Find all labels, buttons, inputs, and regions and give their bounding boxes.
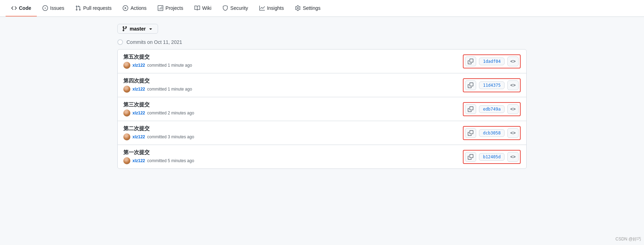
date-label: Commits on Oct 11, 2021 — [126, 39, 182, 45]
copy-hash-button[interactable] — [465, 80, 476, 90]
commit-row: 第一次提交 xlz122 committed 5 minutes ago b12… — [118, 145, 526, 168]
avatar — [123, 133, 130, 140]
commit-title-text: 第一次提交 — [123, 149, 150, 156]
commit-info: 第二次提交 xlz122 committed 3 minutes ago — [123, 125, 463, 140]
repo-nav: Code Issues Pull requests Actions — [0, 0, 644, 17]
commit-title-text: 第二次提交 — [123, 125, 150, 132]
commit-info: 第五次提交 xlz122 committed 1 minute ago — [123, 54, 463, 69]
commit-author[interactable]: xlz122 — [132, 134, 145, 139]
browse-code-button[interactable]: <> — [507, 152, 519, 162]
nav-label-code: Code — [19, 5, 31, 11]
commit-hash-link[interactable]: edb749a — [479, 105, 505, 113]
nav-label-wiki: Wiki — [202, 5, 211, 11]
commit-actions-highlight: dcb3058 <> — [463, 126, 521, 140]
commits-container: 第五次提交 xlz122 committed 1 minute ago 1dad… — [117, 49, 527, 169]
commit-info: 第四次提交 xlz122 committed 1 minute ago — [123, 78, 463, 93]
commit-hash-link[interactable]: b12405d — [479, 153, 505, 161]
insights-icon — [259, 5, 265, 11]
code-brackets-icon: <> — [510, 59, 515, 64]
commit-row: 第五次提交 xlz122 committed 1 minute ago 1dad… — [118, 49, 526, 73]
copy-icon — [468, 59, 473, 64]
commit-author[interactable]: xlz122 — [132, 87, 145, 92]
copy-hash-button[interactable] — [465, 104, 476, 114]
nav-item-security[interactable]: Security — [217, 0, 254, 16]
main-content: master Commits on Oct 11, 2021 第五次提交 xlz… — [112, 17, 532, 176]
commit-time: committed 5 minutes ago — [147, 158, 194, 163]
issues-icon — [42, 5, 48, 11]
code-brackets-icon: <> — [510, 82, 515, 88]
commit-actions: b12405d <> — [465, 152, 519, 162]
nav-label-insights: Insights — [267, 5, 284, 11]
commit-actions: 1dadf04 <> — [465, 57, 519, 66]
commit-row: 第四次提交 xlz122 committed 1 minute ago 11d4… — [118, 73, 526, 97]
commit-title-text: 第三次提交 — [123, 101, 150, 108]
commit-author[interactable]: xlz122 — [132, 63, 145, 68]
commit-time: committed 1 minute ago — [147, 63, 192, 68]
wiki-icon — [194, 5, 200, 11]
commit-title-text: 第四次提交 — [123, 78, 150, 84]
nav-label-pull-requests: Pull requests — [83, 5, 111, 11]
branch-selector[interactable]: master — [117, 24, 158, 34]
commit-meta: xlz122 committed 3 minutes ago — [123, 133, 463, 140]
commit-actions: edb749a <> — [465, 104, 519, 114]
commit-author[interactable]: xlz122 — [132, 158, 145, 163]
commits-date-header: Commits on Oct 11, 2021 — [117, 39, 527, 45]
commit-row: 第三次提交 xlz122 committed 2 minutes ago edb… — [118, 97, 526, 121]
settings-icon — [295, 5, 301, 11]
commit-hash-link[interactable]: dcb3058 — [479, 129, 505, 137]
nav-label-security: Security — [230, 5, 248, 11]
avatar — [123, 62, 130, 69]
nav-item-wiki[interactable]: Wiki — [189, 0, 217, 16]
browse-code-button[interactable]: <> — [507, 80, 519, 90]
commit-meta: xlz122 committed 1 minute ago — [123, 62, 463, 69]
commit-title: 第二次提交 — [123, 125, 463, 132]
code-brackets-icon: <> — [510, 130, 515, 135]
copy-icon — [468, 130, 473, 136]
nav-item-issues[interactable]: Issues — [37, 0, 70, 16]
commit-actions: 11d4375 <> — [465, 80, 519, 90]
copy-icon — [468, 154, 473, 160]
timeline-dot — [117, 39, 123, 45]
pull-requests-icon — [75, 5, 81, 11]
nav-item-code[interactable]: Code — [6, 0, 37, 16]
commit-time: committed 3 minutes ago — [147, 134, 194, 139]
actions-icon — [123, 5, 128, 11]
commit-actions-highlight: edb749a <> — [463, 102, 521, 116]
commit-title: 第一次提交 — [123, 149, 463, 156]
browse-code-button[interactable]: <> — [507, 104, 519, 114]
browse-code-button[interactable]: <> — [507, 57, 519, 66]
browse-code-button[interactable]: <> — [507, 128, 519, 138]
nav-item-insights[interactable]: Insights — [254, 0, 289, 16]
commit-title: 第三次提交 — [123, 101, 463, 108]
copy-hash-button[interactable] — [465, 57, 476, 66]
nav-item-actions[interactable]: Actions — [117, 0, 152, 16]
copy-hash-button[interactable] — [465, 128, 476, 138]
commit-actions-highlight: 11d4375 <> — [463, 78, 521, 92]
commit-author[interactable]: xlz122 — [132, 111, 145, 115]
commit-time: committed 2 minutes ago — [147, 111, 194, 115]
nav-item-settings[interactable]: Settings — [289, 0, 326, 16]
commit-actions-highlight: 1dadf04 <> — [463, 54, 521, 68]
nav-label-actions: Actions — [130, 5, 146, 11]
chevron-down-icon — [148, 26, 153, 32]
commit-actions: dcb3058 <> — [465, 128, 519, 138]
nav-item-projects[interactable]: Projects — [152, 0, 189, 16]
commit-info: 第三次提交 xlz122 committed 2 minutes ago — [123, 101, 463, 117]
nav-label-settings: Settings — [303, 5, 321, 11]
code-brackets-icon: <> — [510, 154, 515, 159]
security-icon — [222, 5, 228, 11]
commit-title-text: 第五次提交 — [123, 54, 150, 60]
commit-hash-link[interactable]: 11d4375 — [479, 81, 505, 89]
code-brackets-icon: <> — [510, 106, 515, 112]
commit-actions-highlight: b12405d <> — [463, 150, 521, 164]
commit-hash-link[interactable]: 1dadf04 — [479, 58, 505, 65]
commit-title: 第五次提交 — [123, 54, 463, 60]
code-icon — [11, 5, 17, 11]
commit-info: 第一次提交 xlz122 committed 5 minutes ago — [123, 149, 463, 164]
copy-hash-button[interactable] — [465, 152, 476, 162]
branch-icon — [122, 26, 128, 32]
nav-item-pull-requests[interactable]: Pull requests — [70, 0, 117, 16]
copy-icon — [468, 82, 473, 88]
branch-name: master — [130, 26, 146, 32]
nav-label-issues: Issues — [50, 5, 64, 11]
